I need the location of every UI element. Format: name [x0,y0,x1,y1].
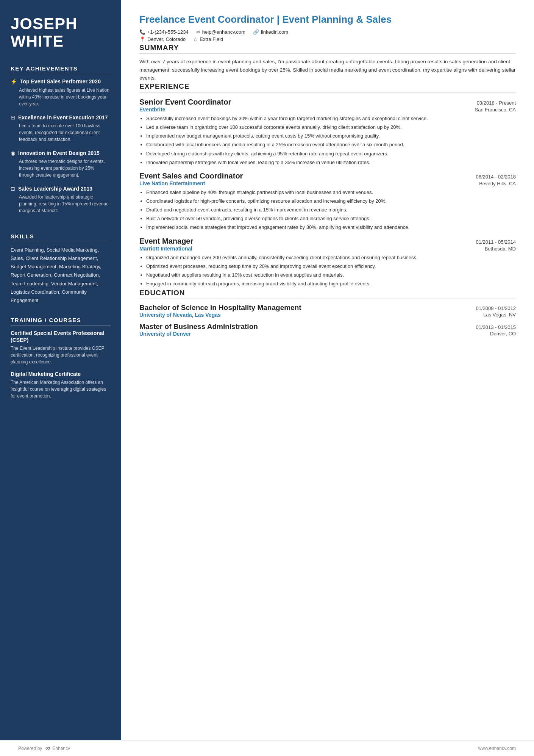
experience-divider [139,92,516,92]
achievement-icon-4: ⊟ [11,186,15,192]
edu-2-school: University of Denver [139,331,191,337]
achievement-desc-4: Awarded for leadership and strategic pla… [19,194,111,214]
achievement-icon-1: ⚡ [11,78,17,85]
edu-2-degree: Master of Business Administration [139,322,258,331]
job-3: Event Manager 01/2011 - 05/2014 Marriott… [139,237,516,288]
phone-icon: 📞 [139,29,145,35]
list-item: Coordinated logistics for high-profile c… [146,197,516,205]
contact-linkedin: 🔗 linkedin.com [253,29,288,35]
job-1-dates: 03/2018 - Present [477,100,516,106]
list-item: Developed strong relationships with key … [146,150,516,158]
job-3-dates: 01/2011 - 05/2014 [476,239,516,245]
training-desc-1: The Event Leadership Institute provides … [11,345,111,365]
contact-email-text: help@enhancv.com [202,29,245,35]
list-item: Organized and managed over 200 events an… [146,254,516,261]
contact-extra: ☆ Extra Field [193,36,223,42]
list-item: Successfully increased event bookings by… [146,115,516,122]
summary-text: With over 7 years of experience in event… [139,58,516,82]
job-2-location: Beverly Hills, CA [479,181,516,186]
edu-1-degree: Bachelor of Science in Hospitality Manag… [139,304,301,312]
education-divider [139,299,516,299]
job-1-company: Eventbrite [139,106,165,113]
skills-title: SKILLS [11,233,111,242]
list-item: Implemented new budget management protoc… [146,132,516,140]
skills-text: Event Planning, Social Media Marketing, … [11,246,111,305]
achievements-section: KEY ACHIEVEMENTS ⚡ Top Event Sales Perfo… [11,65,111,221]
training-title-1: Certified Special Events Professional (C… [11,330,111,343]
contact-row-2: 📍 Denver, Colorado ☆ Extra Field [139,36,516,42]
achievement-item-4: ⊟ Sales Leadership Award 2013 Awarded fo… [11,185,111,214]
star-icon: ☆ [193,36,198,42]
contact-linkedin-text: linkedin.com [261,29,288,35]
main-header: Freelance Event Coordinator | Event Plan… [139,14,516,42]
achievement-icon-2: ⊟ [11,114,15,121]
training-section: TRAINING / COURSES Certified Special Eve… [11,317,111,405]
training-title: TRAINING / COURSES [11,317,111,326]
footer-website: www.enhancv.com [478,746,516,751]
experience-heading: EXPERIENCE [139,82,516,91]
job-1-location: San Francisco, CA [475,107,516,113]
sidebar: JOSEPH WHITE KEY ACHIEVEMENTS ⚡ Top Even… [0,0,121,740]
summary-section: SUMMARY With over 7 years of experience … [139,44,516,82]
contact-location: 📍 Denver, Colorado [139,36,186,42]
edu-2-location: Denver, CO [490,331,516,337]
achievement-desc-1: Achieved highest sales figures at Live N… [19,87,111,107]
job-1-title: Senior Event Coordinator [139,98,231,106]
list-item: Drafted and negotiated event contracts, … [146,206,516,214]
achievements-title: KEY ACHIEVEMENTS [11,65,111,74]
edu-item-2: Master of Business Administration 01/201… [139,322,516,337]
job-1-bullets: Successfully increased event bookings by… [146,115,516,166]
achievement-title-1: Top Event Sales Performer 2020 [20,78,101,85]
list-item: Enhanced sales pipeline by 40% through s… [146,189,516,196]
footer-left: Powered by ∞ Enhancv [18,744,70,752]
list-item: Optimized event processes, reducing setu… [146,263,516,270]
training-desc-2: The American Marketing Association offer… [11,379,111,399]
job-3-location: Bethesda, MD [485,246,516,252]
email-icon: ✉ [196,29,200,35]
skills-section: SKILLS Event Planning, Social Media Mark… [11,233,111,305]
contact-location-text: Denver, Colorado [147,36,186,42]
edu-item-1: Bachelor of Science in Hospitality Manag… [139,304,516,318]
edu-1-location: Las Vegas, NV [483,312,516,318]
contact-row-1: 📞 +1-(234)-555-1234 ✉ help@enhancv.com 🔗… [139,29,516,35]
contact-phone: 📞 +1-(234)-555-1234 [139,29,189,35]
brand-name: Enhancv [52,746,70,751]
achievement-icon-3: ◉ [11,150,15,156]
job-3-bullets: Organized and managed over 200 events an… [146,254,516,288]
list-item: Negotiated with suppliers resulting in a… [146,271,516,279]
list-item: Collaborated with local influencers and … [146,141,516,149]
job-2: Event Sales and Coordinator 06/2014 - 02… [139,172,516,232]
job-headline: Freelance Event Coordinator | Event Plan… [139,14,516,25]
training-title-2: Digital Marketing Certificate [11,371,111,377]
edu-1-dates: 01/2008 - 01/2012 [476,305,516,311]
achievement-item-3: ◉ Innovation in Event Design 2015 Author… [11,150,111,178]
list-item: Led a diverse team in organizing over 10… [146,124,516,131]
job-3-title: Event Manager [139,237,193,246]
achievement-item-2: ⊟ Excellence in Event Execution 2017 Led… [11,114,111,143]
list-item: Implemented social media strategies that… [146,224,516,231]
enhancv-logo-icon: ∞ [45,744,49,752]
achievement-title-4: Sales Leadership Award 2013 [18,185,92,192]
achievement-item-1: ⚡ Top Event Sales Performer 2020 Achieve… [11,78,111,107]
training-item-1: Certified Special Events Professional (C… [11,330,111,365]
job-2-dates: 06/2014 - 02/2018 [476,174,516,180]
education-heading: EDUCATION [139,289,516,297]
list-item: Engaged in community outreach programs, … [146,280,516,288]
job-3-company: Marriott International [139,246,192,252]
list-item: Built a network of over 50 vendors, prov… [146,215,516,222]
link-icon: 🔗 [253,29,259,35]
summary-divider [139,53,516,54]
achievement-desc-3: Authored new thematic designs for events… [19,158,111,178]
job-1: Senior Event Coordinator 03/2018 - Prese… [139,98,516,166]
main-content: Freelance Event Coordinator | Event Plan… [121,0,534,740]
candidate-name: JOSEPH WHITE [11,15,111,50]
achievement-title-3: Innovation in Event Design 2015 [18,150,100,157]
edu-2-dates: 01/2013 - 01/2015 [476,324,516,330]
powered-by-text: Powered by [18,746,42,751]
achievement-desc-2: Led a team to execute over 100 flawless … [19,122,111,143]
list-item: Innovated partnership strategies with lo… [146,159,516,166]
job-2-company: Live Nation Entertainment [139,180,205,186]
contact-email: ✉ help@enhancv.com [196,29,245,35]
summary-heading: SUMMARY [139,44,516,52]
achievement-title-2: Excellence in Event Execution 2017 [18,114,108,121]
